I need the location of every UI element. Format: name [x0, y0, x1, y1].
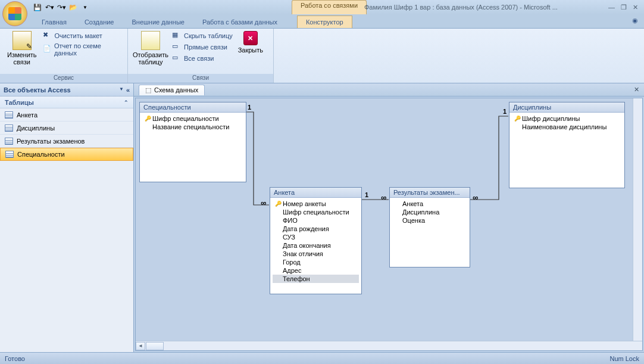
- rel-cardinality-one: 1: [365, 191, 368, 198]
- tab-home[interactable]: Главная: [33, 15, 76, 28]
- table-field[interactable]: Наименование дисциплины: [512, 123, 622, 131]
- group-links-label: Связи: [128, 74, 273, 83]
- horizontal-scrollbar[interactable]: ◄: [136, 341, 642, 350]
- primary-key-icon: 🔑: [514, 116, 520, 122]
- table-field[interactable]: Название специальности: [142, 123, 243, 131]
- table-field[interactable]: 🔑Шифр специальности: [142, 114, 243, 123]
- save-icon[interactable]: 💾: [33, 2, 42, 12]
- close-button[interactable]: ✕ Закрыть: [236, 31, 265, 54]
- scroll-left-icon[interactable]: ◄: [136, 342, 145, 350]
- office-button[interactable]: [2, 1, 27, 26]
- ribbon-tabs: Главная Создание Внешние данные Работа с…: [0, 14, 644, 29]
- edit-relationships-icon: ✎: [12, 31, 32, 50]
- table-icon: [5, 138, 13, 145]
- edit-relationships-label: Изменить связи: [5, 51, 39, 66]
- table-header[interactable]: Результаты экзамен...: [390, 188, 470, 198]
- table-header[interactable]: Дисциплины: [509, 102, 624, 113]
- nav-collapse-icon[interactable]: «: [126, 86, 130, 94]
- quick-access-toolbar: 💾 ↶▾ ↷▾ 📂 ▼: [33, 2, 90, 12]
- tab-designer[interactable]: Конструктор: [297, 15, 352, 28]
- nav-item-результаты-экзаменов[interactable]: Результаты экзаменов: [0, 135, 133, 148]
- hide-table-icon: ▦: [172, 31, 182, 41]
- all-links-icon: ▭: [172, 54, 182, 63]
- document-tabs: ⬚ Схема данных ✕: [134, 83, 644, 97]
- nav-item-анкета[interactable]: Анкета: [0, 108, 133, 122]
- table-window-results[interactable]: Результаты экзамен...АнкетаДисциплинаОце…: [389, 187, 470, 267]
- tab-create[interactable]: Создание: [76, 15, 123, 28]
- window-controls: — ❐ ✕: [608, 4, 644, 11]
- close-label: Закрыть: [238, 46, 263, 54]
- table-field[interactable]: Телефон: [273, 275, 359, 283]
- redo-icon[interactable]: ↷▾: [57, 2, 66, 12]
- table-field[interactable]: Адрес: [273, 266, 359, 275]
- tab-external-data[interactable]: Внешние данные: [123, 15, 193, 28]
- primary-key-icon: 🔑: [145, 116, 151, 122]
- context-tab-relations[interactable]: Работа со связями: [292, 0, 367, 14]
- table-field[interactable]: Дата рождения: [273, 225, 359, 233]
- table-field[interactable]: Оценка: [392, 216, 467, 225]
- rel-cardinality-one: 1: [248, 104, 251, 111]
- nav-header[interactable]: Все объекты Access ▼«: [0, 83, 133, 97]
- direct-links-icon: ▭: [172, 42, 182, 52]
- vertical-scrollbar[interactable]: [633, 98, 642, 341]
- chevron-up-icon: ⌃: [124, 99, 129, 105]
- show-table-icon: [141, 31, 160, 50]
- context-tab-wrap: Работа со связями: [292, 0, 367, 14]
- scroll-thumb[interactable]: [146, 342, 164, 350]
- table-field[interactable]: Шифр специальности: [273, 208, 359, 216]
- navigation-pane: Все объекты Access ▼« Таблицы ⌃ АнкетаДи…: [0, 83, 134, 352]
- undo-icon[interactable]: ↶▾: [45, 2, 54, 12]
- all-links-button[interactable]: ▭ Все связи: [172, 54, 233, 63]
- close-icon[interactable]: ✕: [633, 4, 638, 11]
- table-field[interactable]: Город: [273, 258, 359, 266]
- status-numlock: Num Lock: [609, 355, 639, 362]
- rel-cardinality-many: ∞: [473, 193, 478, 202]
- nav-item-дисциплины[interactable]: Дисциплины: [0, 122, 133, 135]
- relationships-canvas[interactable]: 1 ∞ 1 ∞ ∞ 1 Специальности🔑Шифр специальн…: [135, 98, 643, 351]
- doc-close-icon[interactable]: ✕: [634, 86, 644, 94]
- table-header[interactable]: Специальности: [140, 102, 246, 113]
- relationships-icon: ⬚: [145, 86, 151, 94]
- status-text: Готово: [5, 355, 25, 362]
- qat-dropdown-icon[interactable]: ▼: [80, 2, 90, 12]
- table-field[interactable]: Дисциплина: [392, 208, 467, 216]
- help-icon[interactable]: ◉: [626, 13, 644, 28]
- rel-cardinality-one: 1: [503, 108, 507, 115]
- minimize-icon[interactable]: —: [608, 4, 615, 11]
- nav-dropdown-icon[interactable]: ▼: [119, 86, 124, 94]
- table-header[interactable]: Анкета: [270, 188, 361, 198]
- table-field[interactable]: СУЗ: [273, 233, 359, 241]
- window-title: Фамилия Шифр 1 вар : база данных (Access…: [364, 4, 558, 11]
- nav-group-tables[interactable]: Таблицы ⌃: [0, 97, 133, 108]
- titlebar: 💾 ↶▾ ↷▾ 📂 ▼ Работа со связями Фамилия Ши…: [0, 0, 644, 14]
- edit-relationships-button[interactable]: ✎ Изменить связи: [5, 31, 39, 66]
- schema-report-icon: 📄: [43, 45, 52, 54]
- doc-tab-schema[interactable]: ⬚ Схема данных: [139, 85, 205, 95]
- table-window-anketa[interactable]: Анкета🔑Номер анкетыШифр специальностиФИО…: [270, 187, 362, 294]
- ribbon: ✎ Изменить связи ✖ Очистить макет 📄 Отче…: [0, 29, 644, 83]
- schema-report-button[interactable]: 📄 Отчет по схеме данных: [43, 42, 123, 57]
- table-field[interactable]: 🔑Номер анкеты: [273, 200, 359, 208]
- table-field[interactable]: ФИО: [273, 216, 359, 225]
- table-field[interactable]: Анкета: [392, 200, 467, 208]
- table-window-specialnosti[interactable]: Специальности🔑Шифр специальностиНазвание…: [139, 102, 246, 182]
- hide-table-button[interactable]: ▦ Скрыть таблицу: [172, 31, 233, 41]
- table-window-discipliny[interactable]: Дисциплины🔑Шифр дисциплиныНаименование д…: [509, 102, 625, 188]
- nav-item-специальности[interactable]: Специальности: [0, 148, 133, 161]
- tab-database-tools[interactable]: Работа с базами данных: [193, 15, 286, 28]
- open-folder-icon[interactable]: 📂: [68, 2, 78, 12]
- table-field[interactable]: Дата окончания: [273, 241, 359, 250]
- main-area: ⬚ Схема данных ✕ 1 ∞ 1 ∞ ∞ 1 Специальнос…: [134, 83, 644, 352]
- close-relationships-icon: ✕: [243, 31, 258, 45]
- restore-icon[interactable]: ❐: [621, 4, 627, 11]
- table-field[interactable]: 🔑Шифр дисциплины: [512, 114, 622, 123]
- group-service-label: Сервис: [0, 74, 127, 83]
- table-icon: [5, 151, 14, 158]
- clear-layout-button[interactable]: ✖ Очистить макет: [43, 31, 123, 41]
- table-field[interactable]: Знак отличия: [273, 250, 359, 258]
- show-table-button[interactable]: Отобразить таблицу: [133, 31, 168, 66]
- show-table-label: Отобразить таблицу: [133, 51, 168, 66]
- workspace: Все объекты Access ▼« Таблицы ⌃ АнкетаДи…: [0, 83, 644, 352]
- direct-links-button[interactable]: ▭ Прямые связи: [172, 42, 233, 52]
- rel-cardinality-many: ∞: [261, 198, 266, 207]
